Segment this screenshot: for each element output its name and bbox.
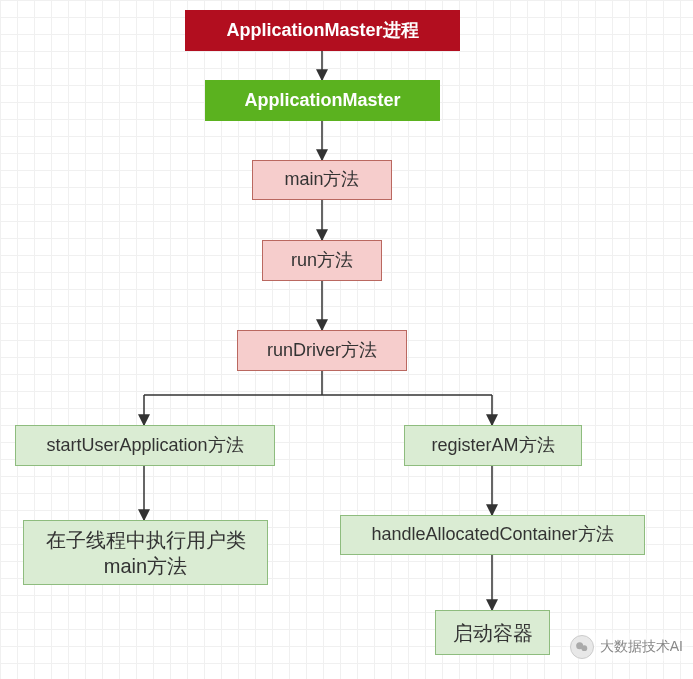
- watermark: 大数据技术AI: [566, 633, 687, 661]
- node-startuserapplication-method: startUserApplication方法: [15, 425, 275, 466]
- node-label: run方法: [291, 249, 353, 272]
- wechat-icon: [570, 635, 594, 659]
- node-label: ApplicationMaster: [244, 89, 400, 112]
- node-label: 启动容器: [453, 620, 533, 646]
- node-label: main方法: [284, 168, 359, 191]
- node-main-method: main方法: [252, 160, 392, 200]
- node-handleallocatedcontainer-method: handleAllocatedContainer方法: [340, 515, 645, 555]
- node-label: runDriver方法: [267, 339, 377, 362]
- watermark-text: 大数据技术AI: [600, 638, 683, 656]
- node-application-master-process: ApplicationMaster进程: [185, 10, 460, 51]
- node-label: startUserApplication方法: [46, 434, 243, 457]
- node-registeram-method: registerAM方法: [404, 425, 582, 466]
- node-rundriver-method: runDriver方法: [237, 330, 407, 371]
- node-start-container: 启动容器: [435, 610, 550, 655]
- node-application-master: ApplicationMaster: [205, 80, 440, 121]
- node-run-method: run方法: [262, 240, 382, 281]
- node-label: registerAM方法: [431, 434, 554, 457]
- svg-point-12: [581, 645, 587, 651]
- node-execute-user-main-in-subthread: 在子线程中执行用户类main方法: [23, 520, 268, 585]
- node-label: ApplicationMaster进程: [226, 19, 418, 42]
- node-label: handleAllocatedContainer方法: [371, 523, 613, 546]
- node-label: 在子线程中执行用户类main方法: [32, 527, 259, 579]
